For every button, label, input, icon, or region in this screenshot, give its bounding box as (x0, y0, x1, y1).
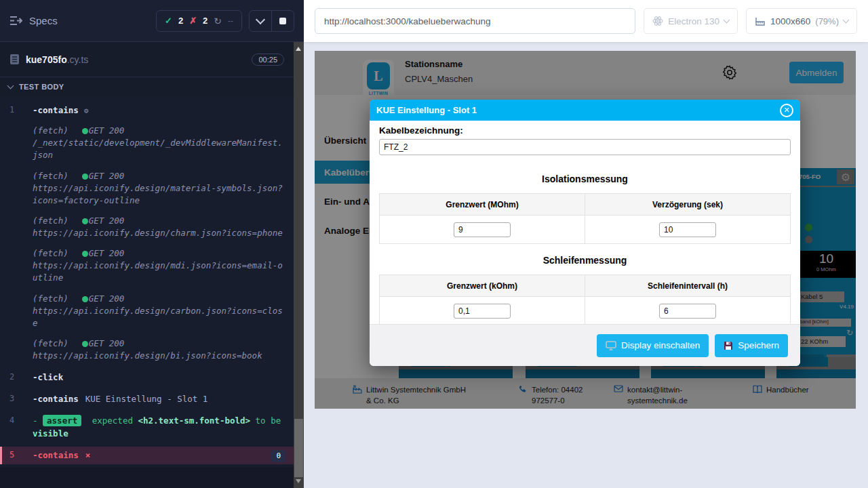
assert-prefix: - (33, 415, 43, 426)
modal-footer: Display einschalten Speichern (370, 324, 800, 366)
chevron-down-icon (724, 17, 730, 24)
runner-controls (249, 10, 294, 32)
collapse-chevron-icon (7, 83, 14, 89)
test-body-header[interactable]: TEST BODY (0, 77, 294, 96)
success-dot-icon (82, 341, 88, 347)
scrollbar-thumb[interactable] (294, 419, 303, 477)
display-on-button[interactable]: Display einschalten (597, 334, 709, 357)
collapse-button[interactable] (250, 11, 271, 31)
command-argument: KUE Einstellung - Slot 1 (85, 394, 208, 404)
command-row[interactable]: 5-contains×0 (0, 447, 294, 464)
command-row[interactable]: 1-contains⚙ (0, 102, 294, 119)
request-status: GET 200 (89, 216, 125, 226)
fetch-label: (fetch) (33, 125, 68, 136)
aut-toolbar: Electron 130 1000x660 (79%) (304, 0, 868, 42)
pending-count: -- (228, 16, 233, 26)
fetch-label: (fetch) (33, 293, 68, 304)
request-url: https://api.iconify.design/material-symb… (33, 183, 283, 205)
browser-select[interactable]: Electron 130 (644, 8, 738, 34)
spec-file-name: kue705fo (26, 54, 67, 65)
save-button[interactable]: Speichern (715, 334, 788, 357)
assert-text: expected (87, 415, 138, 426)
spec-file-row[interactable]: kue705fo .cy.ts 00:25 (0, 42, 294, 77)
request-status: GET 200 (89, 338, 125, 348)
test-body-label: TEST BODY (19, 83, 64, 91)
network-request-row: (fetch)GET 200/_next/static/development/… (0, 123, 294, 163)
test-stats: ✓ 2 ✗ 2 ↻ -- (156, 10, 242, 32)
scroll-down-icon[interactable] (296, 479, 301, 483)
assert-expected: visible (33, 428, 68, 439)
success-dot-icon (82, 251, 88, 257)
isolation-table: Grenzwert (MOhm) Verzögerung (sek) (379, 193, 791, 244)
command-row[interactable]: 3-containsKUE Einstellung - Slot 1 (0, 390, 294, 408)
assert-badge: assert (43, 415, 81, 426)
loop-section-title: Schleifenmessung (379, 255, 791, 266)
network-request-row: (fetch)GET 200https://api.iconify.design… (0, 291, 294, 331)
reporter-header: Specs ✓ 2 ✗ 2 ↻ -- (0, 0, 304, 42)
iso-limit-input[interactable] (454, 222, 511, 237)
url-bar[interactable] (315, 8, 635, 34)
command-name: -click (33, 372, 63, 382)
assert-selector: <h2.text-sm.font-bold> (138, 415, 250, 426)
loop-limit-input[interactable] (454, 304, 511, 319)
viewport-size: 1000x660 (770, 16, 810, 26)
success-dot-icon (82, 218, 88, 224)
passed-count: 2 (178, 16, 183, 26)
fetch-label: (fetch) (33, 248, 68, 258)
assert-text: to be (250, 415, 281, 426)
spec-duration-badge: 00:25 (252, 54, 284, 66)
command-number: 3 (9, 393, 14, 405)
cable-name-input[interactable] (379, 139, 791, 155)
scroll-up-icon[interactable] (296, 47, 301, 51)
monitor-icon (606, 341, 616, 350)
iso-delay-input[interactable] (659, 222, 716, 237)
loop-interval-input[interactable] (659, 304, 716, 319)
assert-row[interactable]: 4- assert expected <h2.text-sm.font-bold… (0, 412, 294, 442)
network-request-row: (fetch)GET 200https://api.iconify.design… (0, 246, 294, 285)
viewport-select[interactable]: 1000x660 (79%) (746, 8, 857, 34)
reporter-scrollbar[interactable] (294, 42, 304, 488)
specs-list-toggle-icon[interactable] (9, 16, 22, 26)
network-request-row: (fetch)GET 200https://api.iconify.design… (0, 336, 294, 363)
column-header: Schleifenintervall (h) (585, 275, 791, 297)
modal-header: KUE Einstellung - Slot 1 ✕ (370, 100, 800, 121)
success-dot-icon (82, 128, 88, 134)
column-header: Grenzwert (MOhm) (380, 194, 585, 216)
app-under-test: L LITTWIN Stationsname CPLV4_Maschen Abm… (315, 51, 856, 409)
close-icon[interactable]: ✕ (780, 104, 793, 117)
stop-icon (279, 18, 286, 24)
success-dot-icon (82, 174, 88, 180)
request-status: GET 200 (89, 171, 125, 181)
stop-button[interactable] (271, 11, 294, 31)
command-row[interactable]: 2-click (0, 369, 294, 386)
chevron-down-icon (256, 14, 265, 24)
viewport-ruler-icon (755, 16, 766, 26)
kue-settings-modal: KUE Einstellung - Slot 1 ✕ Kabelbezeichn… (370, 100, 800, 366)
viewport-zoom: (79%) (815, 16, 839, 26)
request-status: GET 200 (89, 248, 125, 258)
request-url: https://api.iconify.design/charm.json?ic… (33, 228, 283, 238)
network-request-row: (fetch)GET 200https://api.iconify.design… (0, 169, 294, 208)
url-input[interactable] (315, 16, 635, 26)
success-dot-icon (82, 296, 88, 302)
specs-title: Specs (29, 15, 58, 26)
failed-x-icon: ✗ (189, 16, 197, 26)
command-number: 2 (9, 371, 14, 383)
request-status: GET 200 (89, 125, 125, 136)
fetch-label: (fetch) (33, 216, 68, 226)
request-status: GET 200 (89, 293, 125, 304)
command-name: -contains (33, 394, 79, 404)
command-options-gear-icon[interactable]: ⚙ (84, 106, 89, 115)
floppy-disk-icon (724, 341, 733, 350)
column-header: Verzögerung (sek) (585, 194, 791, 216)
network-request-row: (fetch)GET 200https://api.iconify.design… (0, 214, 294, 241)
failed-x-icon: × (85, 450, 91, 460)
request-url: https://api.iconify.design/carbon.json?i… (33, 306, 283, 328)
passed-check-icon: ✓ (165, 16, 172, 26)
command-name: -contains (33, 105, 79, 115)
browser-name: Electron 130 (668, 16, 719, 26)
loop-table: Grenzwert (kOhm) Schleifenintervall (h) (379, 274, 791, 325)
restart-icon: ↻ (214, 16, 222, 26)
command-name: -contains (33, 450, 79, 460)
column-header: Grenzwert (kOhm) (380, 275, 585, 297)
